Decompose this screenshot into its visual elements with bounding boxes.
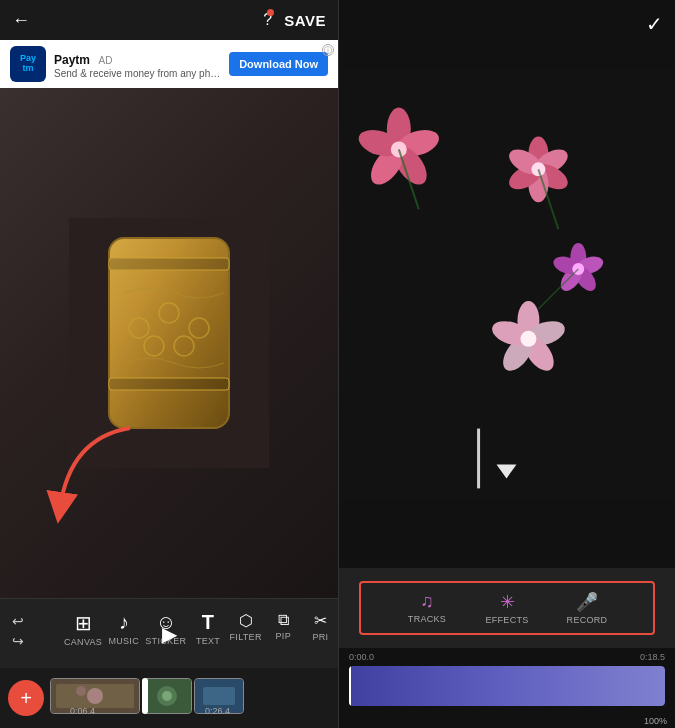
effects-icon: ✳ [500,591,515,613]
tool-items: ⊞ CANVAS ♪ MUSIC ☺ STICKER T TEXT ⬡ FILT… [62,609,338,649]
right-timeline-track[interactable] [349,666,665,706]
svg-point-13 [76,686,86,696]
flowers-preview-svg [339,69,675,499]
brass-cup-svg [69,218,269,468]
time-marker-1: 0:06.4 [70,706,95,716]
tool-effects[interactable]: ✳ EFFECTS [482,591,532,625]
music-label: MUSIC [108,636,139,646]
tracks-icon: ♫ [420,591,434,612]
toolbar: ↩ ↪ ▶ ⊞ CANVAS ♪ MUSIC ☺ STICKER T TEXT [0,598,338,668]
top-bar: ← ? SAVE [0,0,338,40]
right-tools-row: ♫ TRACKS ✳ EFFECTS 🎤 RECORD [359,581,655,635]
canvas-icon: ⊞ [75,611,92,635]
timeline-fill [349,666,665,706]
tool-filter[interactable]: ⬡ FILTER [228,609,264,649]
ad-info-icon[interactable]: ⓘ [322,44,334,56]
back-button[interactable]: ← [12,10,30,31]
pip-icon: ⧉ [278,611,289,629]
tool-pip[interactable]: ⧉ PIP [266,609,301,649]
redo-button[interactable]: ↪ [8,631,28,651]
undo-button[interactable]: ↩ [8,611,28,631]
ad-tag: AD [98,55,112,66]
music-icon: ♪ [119,611,129,634]
ad-logo: Paytm [10,46,46,82]
right-panel: ✓ ♫ TRACKS ✳ EFFECTS 🎤 RECORD 0:00.0 0:1… [338,0,675,728]
text-label: TEXT [196,636,220,646]
time-end: 0:18.5 [640,652,665,662]
filter-label: FILTER [230,632,262,642]
play-button[interactable]: ▶ [162,622,177,646]
tool-pri[interactable]: ✂ PRI [303,609,338,649]
effects-label: EFFECTS [485,615,528,625]
ad-description: Send & receive money from any phone ... [54,68,221,79]
svg-point-33 [531,162,545,176]
pip-label: PIP [276,631,291,641]
checkmark-button[interactable]: ✓ [646,12,663,36]
pri-label: PRI [312,632,328,642]
clip-2[interactable] [142,678,192,714]
help-button[interactable]: ? [263,11,272,29]
timeline-left: + [0,668,338,728]
record-label: RECORD [567,615,608,625]
ad-logo-text: Paytm [20,54,36,74]
text-icon: T [202,611,214,634]
add-clip-button[interactable]: + [8,680,44,716]
svg-rect-18 [203,687,235,705]
ad-banner: Paytm Paytm AD Send & receive money from… [0,40,338,88]
time-marker-2: 0:26.4 [205,706,230,716]
ad-brand-row: Paytm AD [54,50,221,68]
video-preview-right: ✓ [339,0,675,568]
timeline-track: 0:06.4 0:26.4 [50,678,338,718]
timeline-cursor[interactable] [349,666,351,706]
svg-point-45 [520,331,536,347]
left-panel: ← ? SAVE Paytm Paytm AD Send & receive m… [0,0,338,728]
tool-text[interactable]: T TEXT [190,609,225,649]
save-button[interactable]: SAVE [284,12,326,29]
tracks-label: TRACKS [408,614,446,624]
notification-dot [267,9,274,16]
scissors-icon: ✂ [314,611,327,630]
svg-rect-3 [109,378,229,390]
video-preview-left [0,88,338,598]
svg-rect-2 [109,258,229,270]
timeline-ruler: 0:00.0 0:18.5 [339,648,675,662]
brass-cup-image [0,88,338,598]
svg-point-16 [162,691,172,701]
right-timeline: 0:00.0 0:18.5 100% [339,648,675,728]
clip-2-thumbnail [143,679,191,713]
top-bar-right: ? SAVE [263,11,326,29]
ad-info: Paytm AD Send & receive money from any p… [46,50,229,79]
filter-icon: ⬡ [239,611,253,630]
time-start: 0:00.0 [349,652,374,662]
record-icon: 🎤 [576,591,598,613]
svg-point-12 [87,688,103,704]
ad-cta-button[interactable]: Download Now [229,52,328,76]
canvas-label: CANVAS [64,637,102,647]
tool-tracks[interactable]: ♫ TRACKS [402,591,452,625]
clip-trim-handle[interactable] [142,678,148,714]
tool-music[interactable]: ♪ MUSIC [106,609,141,649]
ad-brand-name: Paytm [54,53,90,67]
right-toolbar: ♫ TRACKS ✳ EFFECTS 🎤 RECORD [339,568,675,648]
zoom-level: 100% [644,716,667,726]
tool-canvas[interactable]: ⊞ CANVAS [62,609,104,649]
tool-record[interactable]: 🎤 RECORD [562,591,612,625]
